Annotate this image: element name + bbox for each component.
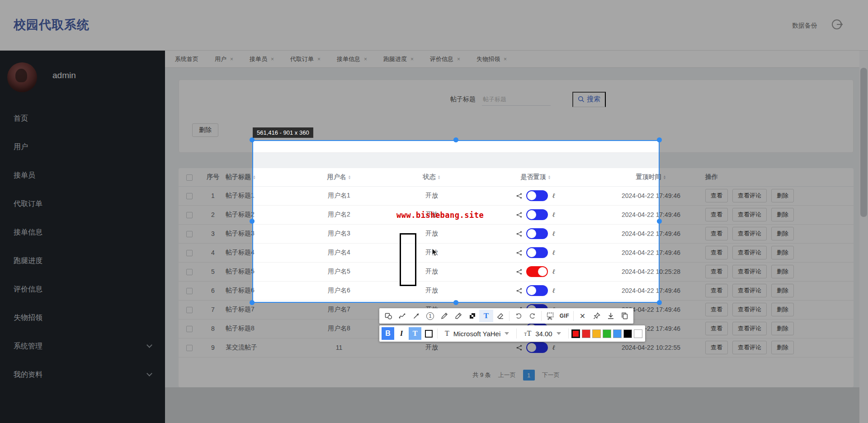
- row-checkbox[interactable]: [186, 307, 193, 313]
- view-button[interactable]: 查看: [705, 284, 728, 297]
- sort-icon[interactable]: ▲▼: [663, 175, 666, 179]
- text-background-button[interactable]: [422, 327, 435, 340]
- selection-handle[interactable]: [250, 300, 255, 305]
- view-button[interactable]: 查看: [705, 208, 728, 221]
- data-backup-button[interactable]: 数据备份: [792, 22, 817, 30]
- capture-selection[interactable]: [252, 140, 660, 303]
- delete-button[interactable]: 删除: [771, 246, 794, 259]
- sidebar-item-errand-progress[interactable]: 跑腿进度: [0, 246, 165, 275]
- row-checkbox[interactable]: [186, 326, 193, 332]
- view-comments-button[interactable]: 查看评论: [732, 284, 767, 297]
- italic-button[interactable]: I: [395, 327, 408, 340]
- tab-order-takers[interactable]: 接单员×: [250, 55, 274, 63]
- view-comments-button[interactable]: 查看评论: [732, 208, 767, 221]
- sidebar-item-home[interactable]: 首页: [0, 104, 165, 132]
- pencil-tool-icon[interactable]: [437, 310, 451, 322]
- curve-tool-icon[interactable]: [395, 310, 409, 322]
- row-checkbox[interactable]: [186, 345, 193, 351]
- search-button[interactable]: 搜索: [572, 92, 606, 107]
- tab-errand-progress[interactable]: 跑腿进度×: [383, 55, 414, 63]
- sidebar-item-review-info[interactable]: 评价信息: [0, 275, 165, 303]
- view-button[interactable]: 查看: [705, 265, 728, 278]
- sidebar-item-lost-and-found[interactable]: 失物招领: [0, 303, 165, 332]
- marker-tool-icon[interactable]: [451, 310, 465, 322]
- view-button[interactable]: 查看: [705, 189, 728, 202]
- edit-icon[interactable]: ℓ: [552, 343, 555, 352]
- selection-handle[interactable]: [657, 219, 662, 224]
- bold-button[interactable]: B: [382, 327, 394, 340]
- tab-review-info[interactable]: 评价信息×: [430, 55, 460, 63]
- selection-handle[interactable]: [453, 300, 458, 305]
- selection-handle[interactable]: [657, 137, 662, 142]
- sidebar-item-system-management[interactable]: 系统管理: [0, 332, 165, 360]
- color-swatch-blue[interactable]: [613, 329, 622, 338]
- next-page-button[interactable]: 下一页: [542, 371, 560, 379]
- copy-icon[interactable]: [618, 310, 632, 322]
- undo-icon[interactable]: [511, 310, 525, 322]
- sidebar-item-order-info[interactable]: 接单信息: [0, 218, 165, 246]
- view-comments-button[interactable]: 查看评论: [732, 265, 767, 278]
- scrollbar[interactable]: [859, 51, 868, 423]
- view-comments-button[interactable]: 查看评论: [732, 189, 767, 202]
- delete-button[interactable]: 删除: [771, 322, 794, 335]
- sidebar-item-pickup-orders[interactable]: 代取订单: [0, 189, 165, 218]
- mosaic-tool-icon[interactable]: [465, 310, 479, 322]
- sidebar-item-my-profile[interactable]: 我的资料: [0, 360, 165, 389]
- redo-icon[interactable]: [525, 310, 539, 322]
- delete-button[interactable]: 删除: [771, 208, 794, 221]
- view-comments-button[interactable]: 查看评论: [732, 341, 767, 354]
- text-style-button[interactable]: T: [409, 327, 421, 340]
- scrollbar-thumb[interactable]: [860, 68, 867, 217]
- pin-toggle[interactable]: [526, 342, 548, 353]
- color-swatch-green[interactable]: [603, 329, 611, 338]
- color-swatch-red[interactable]: [582, 329, 590, 338]
- color-swatch-white[interactable]: [634, 329, 642, 338]
- logout-power-icon[interactable]: [830, 17, 844, 32]
- row-checkbox[interactable]: [186, 288, 193, 294]
- current-page[interactable]: 1: [523, 370, 535, 381]
- shape-tool-icon[interactable]: [381, 310, 395, 322]
- tab-order-info[interactable]: 接单信息×: [337, 55, 367, 63]
- row-checkbox[interactable]: [186, 250, 193, 256]
- batch-delete-button[interactable]: 删除: [192, 123, 218, 137]
- delete-button[interactable]: 删除: [771, 284, 794, 297]
- view-comments-button[interactable]: 查看评论: [732, 322, 767, 335]
- selection-handle[interactable]: [657, 300, 662, 305]
- row-checkbox[interactable]: [186, 231, 193, 237]
- delete-button[interactable]: 删除: [771, 227, 794, 240]
- view-button[interactable]: 查看: [705, 341, 728, 354]
- delete-button[interactable]: 删除: [771, 189, 794, 202]
- close-icon[interactable]: ×: [504, 56, 507, 62]
- font-family-select[interactable]: T Microsoft YaHei: [439, 329, 514, 338]
- color-swatch-orange[interactable]: [592, 329, 601, 338]
- text-tool-icon[interactable]: T: [479, 310, 493, 322]
- view-button[interactable]: 查看: [705, 303, 728, 316]
- tab-pickup-orders[interactable]: 代取订单×: [290, 55, 321, 63]
- tab-lost-and-found[interactable]: 失物招领×: [476, 55, 507, 63]
- prev-page-button[interactable]: 上一页: [498, 371, 516, 379]
- selection-handle[interactable]: [453, 137, 458, 142]
- select-all-checkbox[interactable]: [186, 174, 193, 181]
- selection-handle[interactable]: [250, 219, 255, 224]
- close-capture-icon[interactable]: ✕: [576, 310, 590, 322]
- view-comments-button[interactable]: 查看评论: [732, 227, 767, 240]
- tab-users[interactable]: 用户×: [215, 55, 233, 63]
- view-button[interactable]: 查看: [705, 246, 728, 259]
- eraser-tool-icon[interactable]: [493, 310, 507, 322]
- close-icon[interactable]: ×: [364, 56, 367, 62]
- close-icon[interactable]: ×: [230, 56, 233, 62]
- gif-icon[interactable]: GIF: [557, 310, 571, 322]
- view-comments-button[interactable]: 查看评论: [732, 303, 767, 316]
- arrow-tool-icon[interactable]: [409, 310, 423, 322]
- scissors-capture-icon[interactable]: [543, 310, 557, 322]
- close-icon[interactable]: ×: [271, 56, 274, 62]
- search-input[interactable]: [482, 93, 551, 106]
- row-checkbox[interactable]: [186, 269, 193, 275]
- view-comments-button[interactable]: 查看评论: [732, 246, 767, 259]
- delete-button[interactable]: 删除: [771, 265, 794, 278]
- close-icon[interactable]: ×: [410, 56, 414, 62]
- view-button[interactable]: 查看: [705, 227, 728, 240]
- color-swatch-black[interactable]: [623, 329, 632, 338]
- sidebar-item-users[interactable]: 用户: [0, 132, 165, 161]
- selection-handle[interactable]: [250, 137, 255, 142]
